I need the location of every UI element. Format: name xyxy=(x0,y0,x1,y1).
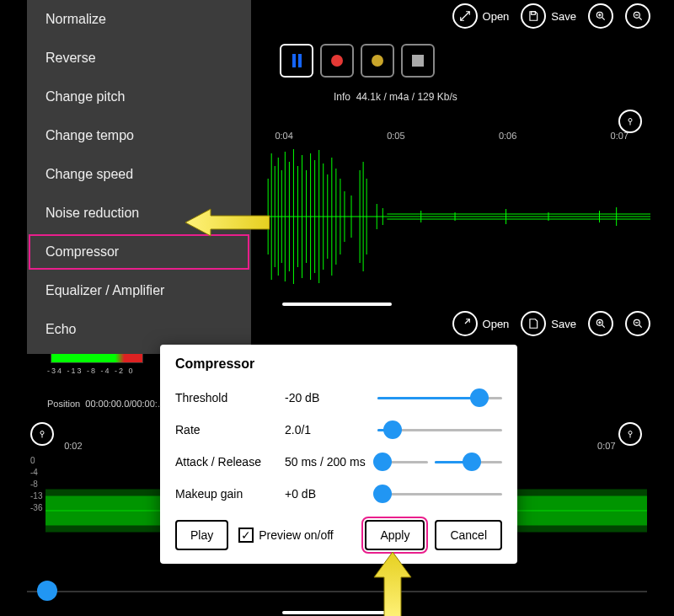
save-label: Save xyxy=(551,10,576,23)
open-label: Open xyxy=(483,10,510,23)
timeline-ruler: 0:04 0:05 0:06 0:07 xyxy=(251,131,650,142)
attack-slider[interactable] xyxy=(377,461,428,463)
zoom-out-icon[interactable] xyxy=(625,311,650,336)
save-icon[interactable] xyxy=(521,3,546,29)
attack-release-label: Attack / Release xyxy=(175,455,285,469)
info-text: Info 44.1k / m4a / 129 Kb/s xyxy=(334,91,457,103)
stop-button[interactable] xyxy=(401,44,435,78)
fx-item-change-tempo[interactable]: Change tempo xyxy=(27,116,251,155)
playhead-handle[interactable] xyxy=(37,581,57,601)
screen-top: Open Save Info 44.1k / m4a / 129 Kb/s No… xyxy=(0,0,674,308)
record-button[interactable] xyxy=(320,44,354,78)
zoom-in-icon[interactable] xyxy=(588,3,613,29)
threshold-label: Threshold xyxy=(175,391,285,404)
annotation-arrow xyxy=(367,552,418,616)
svg-point-3 xyxy=(629,119,632,122)
compressor-dialog: Compressor Threshold -20 dB Rate 2.0/1 A… xyxy=(160,345,517,564)
open-icon[interactable] xyxy=(452,311,478,336)
annotation-arrow xyxy=(185,206,270,239)
svg-rect-48 xyxy=(501,490,647,532)
attack-release-value: 50 ms / 200 ms xyxy=(285,455,377,469)
gain-slider[interactable] xyxy=(377,493,502,495)
play-button[interactable]: Play xyxy=(175,520,228,550)
svg-point-43 xyxy=(629,431,632,435)
threshold-value: -20 dB xyxy=(285,391,377,404)
effects-menu: Normalize Reverse Change pitch Change te… xyxy=(27,0,251,354)
home-indicator xyxy=(282,303,392,306)
pause-button[interactable] xyxy=(280,44,313,78)
fx-item-equalizer[interactable]: Equalizer / Amplifier xyxy=(27,271,251,310)
apply-button[interactable]: Apply xyxy=(365,520,425,550)
zoom-in-icon[interactable] xyxy=(588,311,613,336)
release-slider[interactable] xyxy=(435,461,502,463)
meter-scale: -34 -13 -8 -4 -2 0 xyxy=(47,367,135,375)
save-label: Save xyxy=(551,318,576,330)
save-group[interactable]: Save xyxy=(521,3,576,29)
preview-checkbox[interactable]: ✓ Preview on/off xyxy=(238,528,333,543)
waveform-svg xyxy=(251,145,650,288)
amplitude-scale: 0 -4 -8 -13 -36 xyxy=(30,456,42,515)
gain-label: Makeup gain xyxy=(175,487,285,501)
preview-label: Preview on/off xyxy=(259,528,333,542)
svg-point-42 xyxy=(40,431,44,435)
threshold-slider[interactable] xyxy=(377,397,502,399)
open-group[interactable]: Open xyxy=(452,3,510,29)
pin-right-icon[interactable] xyxy=(618,422,642,446)
fx-item-reverse[interactable]: Reverse xyxy=(27,39,251,78)
rate-label: Rate xyxy=(175,423,285,437)
rate-value: 2.0/1 xyxy=(285,423,377,437)
scrub-track[interactable] xyxy=(27,591,647,592)
checkbox-icon[interactable]: ✓ xyxy=(238,528,254,543)
waveform-display[interactable]: 2 xyxy=(251,145,650,288)
pin-left-icon[interactable] xyxy=(30,422,54,446)
toolbar: Open Save xyxy=(452,3,650,29)
position-readout: Position 00:00:00.0/00:00:... xyxy=(47,399,165,409)
svg-rect-0 xyxy=(532,12,536,15)
fx-item-echo[interactable]: Echo xyxy=(27,310,251,349)
cancel-button[interactable]: Cancel xyxy=(435,520,502,550)
open-icon[interactable] xyxy=(452,3,478,29)
svg-marker-39 xyxy=(185,209,270,236)
marker-button[interactable] xyxy=(361,44,394,78)
gain-value: +0 dB xyxy=(285,487,377,501)
pin-icon[interactable] xyxy=(618,110,642,133)
open-label: Open xyxy=(483,318,510,330)
dialog-title: Compressor xyxy=(175,356,502,372)
save-icon[interactable] xyxy=(521,311,546,336)
transport-controls xyxy=(280,44,435,78)
zoom-out-icon[interactable] xyxy=(625,3,650,29)
fx-item-normalize[interactable]: Normalize xyxy=(27,0,251,39)
toolbar: Open Save xyxy=(452,311,650,336)
open-group[interactable]: Open xyxy=(452,311,510,336)
save-group[interactable]: Save xyxy=(521,311,576,336)
fx-item-change-pitch[interactable]: Change pitch xyxy=(27,78,251,116)
rate-slider[interactable] xyxy=(377,429,502,431)
fx-item-change-speed[interactable]: Change speed xyxy=(27,155,251,194)
svg-marker-49 xyxy=(374,552,411,616)
